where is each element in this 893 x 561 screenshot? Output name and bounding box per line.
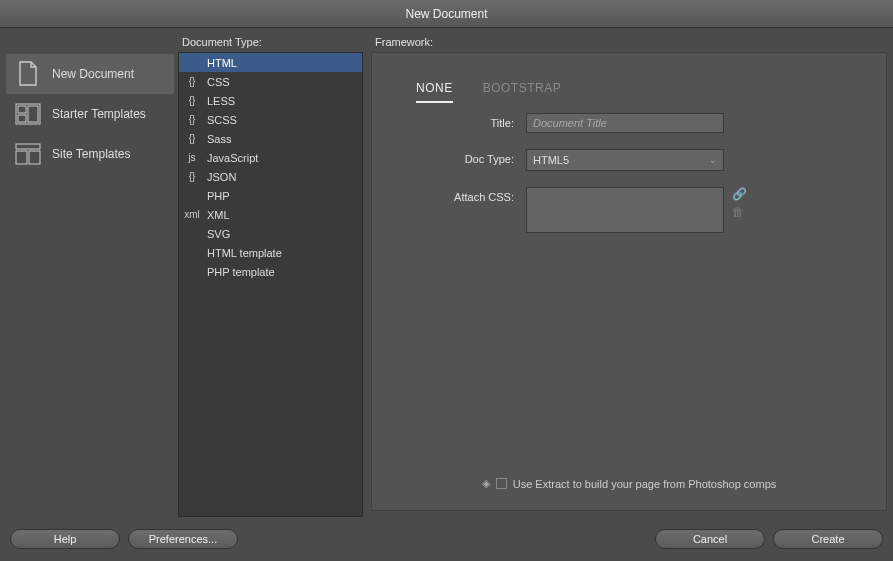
framework-tabs: NONEBOOTSTRAP [396,73,862,113]
dialog-footer: Help Preferences... Cancel Create [0,517,893,561]
filetype-icon [183,56,201,70]
doctype-item-label: JSON [207,171,236,183]
link-css-icon[interactable]: 🔗 [732,187,747,201]
doctype-item-sass[interactable]: {}Sass [179,129,362,148]
title-bar: New Document [0,0,893,28]
doctype-item-label: HTML [207,57,237,69]
doctype-item-javascript[interactable]: jsJavaScript [179,148,362,167]
document-type-list: HTML{}CSS{}LESS{}SCSS{}SassjsJavaScript{… [178,52,363,517]
svg-rect-2 [28,106,38,122]
filetype-icon: {} [183,94,201,108]
doctype-item-svg[interactable]: SVG [179,224,362,243]
title-label: Title: [396,113,526,129]
filetype-icon: js [183,151,201,165]
filetype-icon: {} [183,75,201,89]
site-icon [14,140,42,168]
sidebar-item-new-document[interactable]: New Document [6,54,174,94]
sidebar: New DocumentStarter TemplatesSite Templa… [6,34,174,517]
filetype-icon: {} [183,170,201,184]
doctype-item-php-template[interactable]: PHP template [179,262,362,281]
doctype-item-css[interactable]: {}CSS [179,72,362,91]
filetype-icon [183,189,201,203]
filetype-icon [183,265,201,279]
doctype-item-label: SVG [207,228,230,240]
filetype-icon [183,227,201,241]
chevron-down-icon: ⌄ [709,155,717,165]
svg-rect-4 [16,144,40,149]
file-icon [14,60,42,88]
templates-icon [14,100,42,128]
doctype-item-less[interactable]: {}LESS [179,91,362,110]
doctype-item-label: LESS [207,95,235,107]
doctype-item-label: SCSS [207,114,237,126]
doctype-item-label: XML [207,209,230,221]
cancel-button[interactable]: Cancel [655,529,765,549]
doctype-header: Document Type: [178,34,363,52]
title-input[interactable] [526,113,724,133]
doctype-item-scss[interactable]: {}SCSS [179,110,362,129]
doctype-item-label: PHP [207,190,230,202]
svg-rect-5 [16,151,27,164]
extract-row: ◈ Use Extract to build your page from Ph… [396,467,862,500]
doctype-item-json[interactable]: {}JSON [179,167,362,186]
sidebar-item-label: Starter Templates [52,107,146,121]
doctype-item-label: HTML template [207,247,282,259]
extract-text: Use Extract to build your page from Phot… [513,478,777,490]
doctype-value: HTML5 [533,154,569,166]
sidebar-item-label: New Document [52,67,134,81]
attach-css-list[interactable] [526,187,724,233]
doctype-item-label: PHP template [207,266,275,278]
window-title: New Document [405,7,487,21]
sidebar-item-label: Site Templates [52,147,131,161]
doctype-item-html-template[interactable]: HTML template [179,243,362,262]
help-button[interactable]: Help [10,529,120,549]
doctype-item-label: JavaScript [207,152,258,164]
delete-css-icon[interactable]: 🗑 [732,205,747,219]
doctype-item-label: CSS [207,76,230,88]
sidebar-item-site-templates[interactable]: Site Templates [6,134,174,174]
framework-panel: NONEBOOTSTRAP Title: Doc Type: HTML5 ⌄ A… [371,52,887,511]
svg-rect-1 [18,106,26,113]
doctype-label: Doc Type: [396,149,526,165]
preferences-button[interactable]: Preferences... [128,529,238,549]
svg-rect-3 [18,115,26,122]
attach-css-label: Attach CSS: [396,187,526,203]
tab-bootstrap[interactable]: BOOTSTRAP [483,81,562,103]
filetype-icon: {} [183,132,201,146]
doctype-item-php[interactable]: PHP [179,186,362,205]
doctype-select[interactable]: HTML5 ⌄ [526,149,724,171]
filetype-icon: xml [183,208,201,222]
new-document-dialog: New Document New DocumentStarter Templat… [0,0,893,561]
framework-header: Framework: [371,34,887,52]
create-button[interactable]: Create [773,529,883,549]
doctype-item-label: Sass [207,133,231,145]
doctype-item-html[interactable]: HTML [179,53,362,72]
doctype-item-xml[interactable]: xmlXML [179,205,362,224]
extract-icon: ◈ [482,477,490,490]
extract-checkbox[interactable] [496,478,507,489]
tab-none[interactable]: NONE [416,81,453,103]
svg-rect-6 [29,151,40,164]
filetype-icon: {} [183,113,201,127]
sidebar-item-starter-templates[interactable]: Starter Templates [6,94,174,134]
filetype-icon [183,246,201,260]
